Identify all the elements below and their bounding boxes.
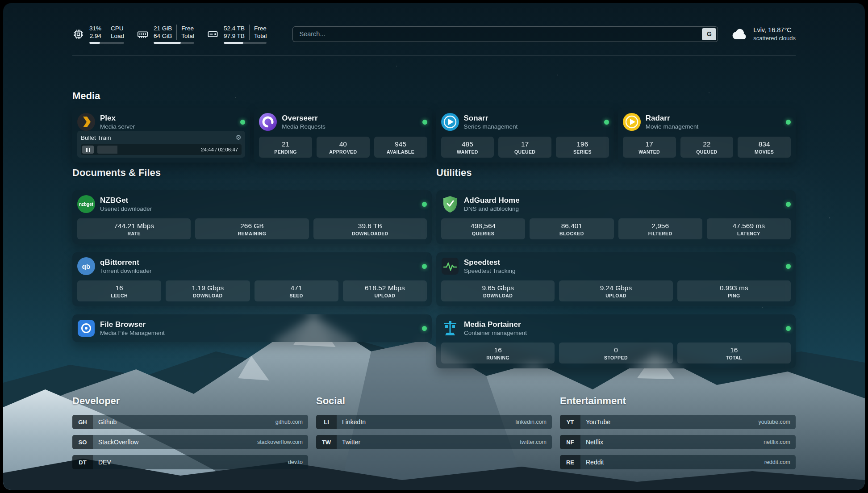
stat-value: 485 bbox=[462, 140, 473, 148]
memory-icon bbox=[137, 28, 149, 40]
filebrowser-card[interactable]: File Browser Media File Management bbox=[72, 314, 432, 342]
service-desc: Media File Management bbox=[100, 329, 165, 337]
bookmark-github[interactable]: GH Github github.com bbox=[72, 415, 308, 429]
weather-location: Lviv, 16.87°C bbox=[753, 26, 796, 34]
stat-label: PENDING bbox=[274, 149, 297, 155]
status-dot bbox=[786, 202, 791, 207]
pause-icon bbox=[86, 148, 88, 152]
stat-label: REMAINING bbox=[238, 231, 267, 236]
bookmark-dev[interactable]: DT DEV dev.to bbox=[72, 455, 308, 469]
stat-value: 39.6 TB bbox=[358, 222, 382, 230]
stat-tile: 471 SEED bbox=[255, 280, 338, 301]
search-input[interactable] bbox=[292, 26, 718, 42]
status-dot bbox=[786, 264, 791, 269]
memory-stats: 21 GiB 64 GiB Free Total bbox=[154, 25, 194, 44]
sonarr-card[interactable]: Sonarr Series management 485 WANTED 17 Q… bbox=[436, 108, 614, 163]
overseerr-icon bbox=[259, 113, 277, 131]
section-utilities: Utilities AdGuard Home bbox=[436, 167, 796, 368]
bookmarks-entertainment: Entertainment YT YouTube youtube.com NF … bbox=[560, 395, 796, 475]
svg-text:nzbget: nzbget bbox=[79, 202, 94, 207]
status-dot bbox=[786, 326, 791, 331]
stat-value: 17 bbox=[646, 140, 653, 148]
service-desc: Media Requests bbox=[282, 123, 326, 130]
stat-label: DOWNLOADED bbox=[352, 231, 388, 236]
stat-tile: 498,564 QUERIES bbox=[441, 218, 525, 239]
overseerr-card[interactable]: Overseerr Media Requests 21 PENDING 40 A… bbox=[254, 108, 432, 163]
section-title-documents: Documents & Files bbox=[72, 167, 432, 179]
filebrowser-icon bbox=[77, 319, 95, 337]
bookmark-name: YouTube bbox=[580, 415, 610, 429]
stat-value: 945 bbox=[395, 140, 406, 148]
portainer-card[interactable]: Media Portainer Container management 16 … bbox=[436, 314, 796, 368]
bookmark-name: Reddit bbox=[580, 455, 604, 469]
snow-specks bbox=[3, 3, 4, 4]
cpu-load-value: 2.94 bbox=[90, 32, 101, 40]
stat-tile: 40 APPROVED bbox=[317, 137, 370, 158]
nzbget-card[interactable]: nzbget NZBGet Usenet downloader 744.21 M… bbox=[72, 190, 432, 244]
service-name: Media Portainer bbox=[464, 320, 527, 329]
section-title-developer: Developer bbox=[72, 395, 308, 407]
weather-condition: scattered clouds bbox=[753, 34, 796, 42]
stat-label: WANTED bbox=[457, 149, 478, 155]
service-name: File Browser bbox=[100, 320, 165, 329]
stat-label: QUEUED bbox=[514, 149, 535, 155]
disk-free-label: Free bbox=[254, 25, 267, 32]
stat-tile: 1.19 Gbps DOWNLOAD bbox=[166, 280, 250, 301]
pause-button[interactable] bbox=[82, 146, 94, 154]
playback-progress-fill bbox=[97, 146, 117, 154]
stat-value: 21 bbox=[282, 140, 289, 148]
bookmark-domain: stackoverflow.com bbox=[257, 435, 308, 449]
service-name: Speedtest bbox=[464, 258, 516, 267]
speedtest-card[interactable]: Speedtest Speedtest Tracking 9.65 Gbps D… bbox=[436, 252, 796, 306]
memory-free-value: 21 GiB bbox=[154, 25, 172, 32]
stat-value: 471 bbox=[291, 284, 302, 292]
service-name: NZBGet bbox=[100, 196, 152, 205]
bookmark-name: LinkedIn bbox=[337, 415, 366, 429]
service-desc: Container management bbox=[464, 329, 527, 337]
bookmarks-developer: Developer GH Github github.com SO StackO… bbox=[72, 395, 308, 475]
stat-value: 9.24 Gbps bbox=[600, 284, 632, 292]
gear-icon[interactable]: ⚙ bbox=[236, 134, 242, 142]
stat-label: RUNNING bbox=[486, 355, 509, 360]
nzbget-icon: nzbget bbox=[77, 195, 95, 213]
service-desc: Media server bbox=[100, 123, 135, 130]
bookmark-youtube[interactable]: YT YouTube youtube.com bbox=[560, 415, 796, 429]
search-provider-button[interactable]: G bbox=[702, 28, 716, 40]
bookmark-abbr: LI bbox=[316, 415, 337, 429]
stat-label: LEECH bbox=[111, 293, 128, 298]
cpu-usage-value: 31% bbox=[89, 25, 101, 32]
bookmark-abbr: YT bbox=[560, 415, 580, 429]
bookmark-domain: dev.to bbox=[288, 455, 308, 469]
bookmark-domain: twitter.com bbox=[520, 435, 552, 449]
status-dot bbox=[422, 120, 427, 125]
radarr-card[interactable]: Radarr Movie management 17 WANTED 22 QUE… bbox=[618, 108, 796, 163]
divider bbox=[176, 25, 177, 40]
section-media: Media Plex Media server bbox=[72, 90, 796, 163]
bookmark-stackoverflow[interactable]: SO StackOverflow stackoverflow.com bbox=[72, 435, 308, 449]
disk-total-label: Total bbox=[254, 32, 267, 40]
stat-label: MOVIES bbox=[755, 149, 774, 155]
bookmark-linkedin[interactable]: LI LinkedIn linkedin.com bbox=[316, 415, 552, 429]
stat-value: 834 bbox=[759, 140, 770, 148]
plex-icon bbox=[77, 113, 95, 131]
service-name: AdGuard Home bbox=[464, 196, 520, 205]
playback-progress-bar[interactable] bbox=[97, 146, 197, 154]
stat-tile: 86,401 BLOCKED bbox=[530, 218, 613, 239]
stat-tile: 16 RUNNING bbox=[441, 343, 555, 363]
cpu-icon bbox=[72, 28, 84, 40]
bookmark-netflix[interactable]: NF Netflix netflix.com bbox=[560, 435, 796, 449]
stat-value: 17 bbox=[521, 140, 529, 148]
stat-tile: 2,956 FILTERED bbox=[618, 218, 702, 239]
stat-value: 744.21 Mbps bbox=[114, 222, 154, 230]
disk-total-value: 97.9 TB bbox=[224, 32, 245, 40]
qbittorrent-card[interactable]: qb qBittorrent Torrent downloader 16 LEE… bbox=[72, 252, 432, 306]
plex-card[interactable]: Plex Media server Bullet Train ⚙ bbox=[72, 108, 250, 163]
stat-label: QUERIES bbox=[472, 231, 494, 236]
service-name: Plex bbox=[100, 113, 135, 123]
bookmark-twitter[interactable]: TW Twitter twitter.com bbox=[316, 435, 552, 449]
stat-label: QUEUED bbox=[696, 149, 717, 155]
disk-usage-bar bbox=[224, 42, 267, 44]
bookmark-reddit[interactable]: RE Reddit reddit.com bbox=[560, 455, 796, 469]
bookmark-domain: youtube.com bbox=[758, 415, 796, 429]
adguard-card[interactable]: AdGuard Home DNS and adblocking 498,564 … bbox=[436, 190, 796, 244]
